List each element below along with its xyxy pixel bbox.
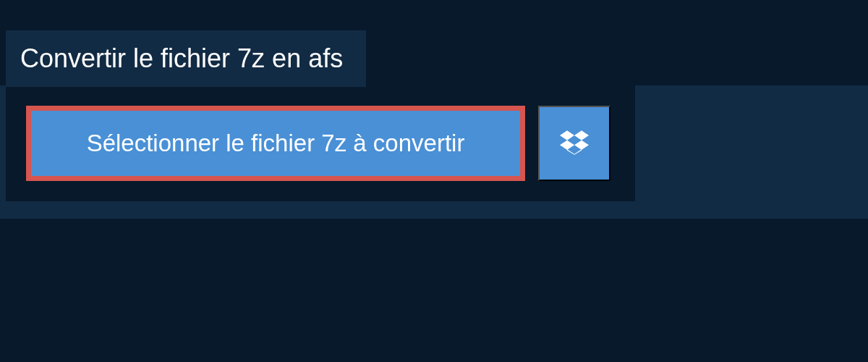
button-row: Sélectionner le fichier 7z à convertir (26, 106, 615, 181)
select-file-button[interactable]: Sélectionner le fichier 7z à convertir (26, 106, 525, 181)
footer-section (0, 219, 868, 362)
header-section: Convertir le fichier 7z en afs (0, 0, 868, 85)
dropbox-button[interactable] (538, 106, 610, 181)
title-tab: Convertir le fichier 7z en afs (6, 30, 366, 87)
dropbox-icon (560, 128, 589, 159)
main-panel: Sélectionner le fichier 7z à convertir (6, 85, 635, 201)
page-title: Convertir le fichier 7z en afs (20, 43, 343, 73)
select-file-label: Sélectionner le fichier 7z à convertir (87, 130, 465, 157)
spacer (0, 201, 868, 219)
